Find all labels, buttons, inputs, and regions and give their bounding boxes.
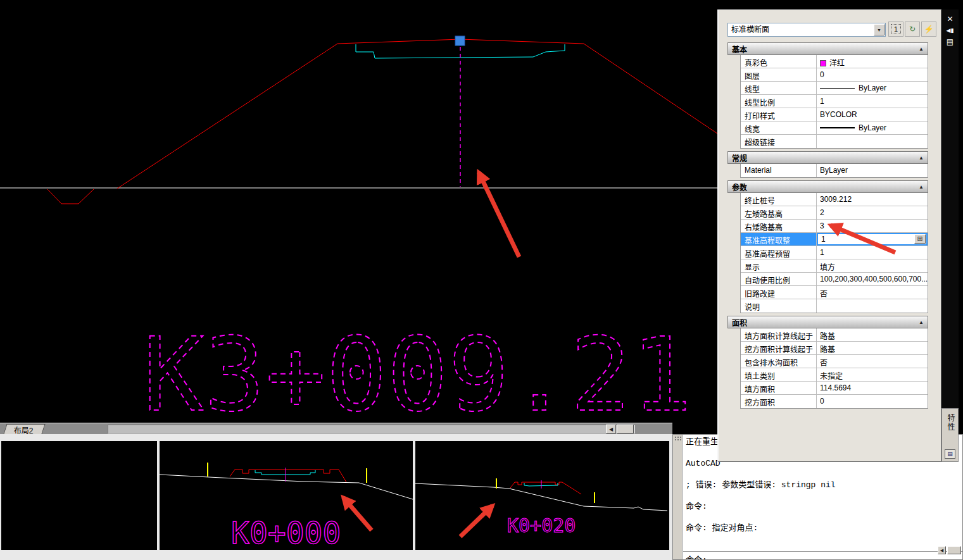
property-value[interactable]: 0 xyxy=(817,395,928,408)
property-row[interactable]: 真彩色洋红 xyxy=(741,55,928,68)
property-value-text: 3 xyxy=(820,221,824,230)
property-value[interactable]: 否 xyxy=(817,286,928,299)
section-header[interactable]: 面积▲ xyxy=(727,316,928,328)
property-row[interactable]: 线宽ByLayer xyxy=(741,121,928,135)
viewport-k0000[interactable]: K0+000 xyxy=(160,441,413,550)
section-header[interactable]: 基本▲ xyxy=(727,42,928,55)
property-row[interactable]: 自动使用比例100,200,300,400,500,600,700... xyxy=(741,273,928,286)
property-row[interactable]: 打印样式BYCOLOR xyxy=(741,108,928,121)
pickadd-toggle-button[interactable]: 1 xyxy=(888,22,903,37)
property-row[interactable]: 说明 xyxy=(741,299,928,313)
property-value[interactable]: 0 xyxy=(817,68,928,81)
viewport-k0020[interactable]: K0+020 xyxy=(415,441,669,550)
command-window-drag-handle[interactable] xyxy=(673,435,683,559)
calculator-button[interactable]: ⊞ xyxy=(914,234,926,244)
property-row[interactable]: 挖方面积0 xyxy=(741,395,928,408)
property-row[interactable]: 终止桩号3009.212 xyxy=(741,193,928,206)
property-label: 左矮路基高 xyxy=(741,206,817,219)
palette-title-tab[interactable]: 特性 ▤ xyxy=(941,408,959,462)
property-label: 基准高程预留 xyxy=(741,246,817,259)
property-value[interactable]: BYCOLOR xyxy=(817,108,928,121)
section-title: 常规 xyxy=(732,152,747,163)
command-prompt[interactable]: 命令: xyxy=(686,553,707,560)
palette-menu-icon[interactable]: ▤ xyxy=(941,36,959,47)
combo-dropdown-button[interactable]: ▼ xyxy=(874,24,884,35)
command-line: ; 错误: 参数类型错误: stringp nil xyxy=(686,480,836,490)
property-value[interactable]: 2 xyxy=(817,206,928,219)
property-value[interactable]: 洋红 xyxy=(817,55,928,68)
property-label: 基准高程取整 xyxy=(741,233,817,246)
command-line: 正在重生 xyxy=(686,437,719,447)
palette-section: 面积▲填方面积计算线起于路基挖方面积计算线起于路基包含排水沟面积否填土类别未指定… xyxy=(727,316,928,409)
palette-properties-icon[interactable]: ▤ xyxy=(945,449,955,459)
command-scrollbar-thumb[interactable] xyxy=(947,546,961,554)
property-value[interactable] xyxy=(817,299,928,313)
property-value[interactable]: 填方 xyxy=(817,259,928,272)
property-value-text: 2 xyxy=(820,208,824,217)
collapse-icon[interactable]: ▲ xyxy=(919,184,924,190)
property-row[interactable]: 线型比例1 xyxy=(741,95,928,108)
property-value[interactable]: 否 xyxy=(817,355,928,368)
quick-select-button[interactable]: ⚡ xyxy=(921,22,936,37)
property-value[interactable]: 路基 xyxy=(817,328,928,341)
palette-sections: 基本▲真彩色洋红图层0线型ByLayer线型比例1打印样式BYCOLOR线宽By… xyxy=(727,42,928,409)
property-row[interactable]: 右矮路基高3 xyxy=(741,220,928,233)
property-row[interactable]: 包含排水沟面积否 xyxy=(741,355,928,368)
palette-section: 参数▲终止桩号3009.212左矮路基高2右矮路基高3基准高程取整1⊞基准高程预… xyxy=(727,180,928,313)
property-row[interactable]: 填方面积114.5694 xyxy=(741,382,928,395)
road-outline xyxy=(230,470,346,482)
palette-title-bar[interactable]: ✕ ◀▮ ▤ 特性 ▤ xyxy=(941,9,959,462)
property-label: 线型 xyxy=(741,82,817,94)
model-canvas[interactable]: K3+009.21 xyxy=(0,0,719,423)
palette-section: 基本▲真彩色洋红图层0线型ByLayer线型比例1打印样式BYCOLOR线宽By… xyxy=(727,42,928,149)
property-row[interactable]: 填土类别未指定 xyxy=(741,368,928,382)
section-header[interactable]: 常规▲ xyxy=(727,151,928,164)
collapse-icon[interactable]: ▲ xyxy=(919,46,924,52)
section-title: 参数 xyxy=(732,182,747,192)
command-scroll-left-button[interactable]: ◀ xyxy=(938,546,946,554)
property-row[interactable]: MaterialByLayer xyxy=(741,164,928,177)
property-row[interactable]: 挖方面积计算线起于路基 xyxy=(741,342,928,355)
tab-layout2[interactable]: 布局2 xyxy=(3,424,45,434)
property-value[interactable]: 100,200,300,400,500,600,700... xyxy=(817,273,928,285)
property-value[interactable]: ByLayer xyxy=(817,121,928,134)
viewport-empty[interactable] xyxy=(1,441,157,550)
horizontal-scrollbar-thumb[interactable] xyxy=(617,425,634,433)
property-row[interactable]: 显示填方 xyxy=(741,259,928,273)
property-row[interactable]: 填方面积计算线起于路基 xyxy=(741,328,928,342)
property-value[interactable]: ByLayer xyxy=(817,164,928,177)
property-label: 填方面积 xyxy=(741,382,817,394)
property-value[interactable]: 1⊞ xyxy=(817,233,928,246)
scroll-left-button[interactable]: ◀ xyxy=(606,425,616,433)
property-value[interactable] xyxy=(817,135,928,148)
collapse-icon[interactable]: ▲ xyxy=(919,320,924,325)
property-row[interactable]: 左矮路基高2 xyxy=(741,206,928,220)
property-row[interactable]: 旧路改建否 xyxy=(741,286,928,299)
collapse-icon[interactable]: ▲ xyxy=(919,155,924,161)
grip-handle[interactable] xyxy=(455,36,465,46)
object-type-selector[interactable]: 标准横断面 ▼ xyxy=(727,23,886,37)
property-label: 图层 xyxy=(741,68,817,81)
property-value[interactable]: 未指定 xyxy=(817,368,928,381)
select-objects-button[interactable]: ↻ xyxy=(905,22,920,37)
property-value[interactable]: 路基 xyxy=(817,342,928,354)
property-row[interactable]: 基准高程取整1⊞ xyxy=(741,233,928,246)
property-label: Material xyxy=(741,164,817,177)
property-row[interactable]: 图层0 xyxy=(741,68,928,82)
property-row[interactable]: 基准高程预留1 xyxy=(741,246,928,259)
property-value[interactable]: 114.5694 xyxy=(817,382,928,394)
property-value[interactable]: 1 xyxy=(817,95,928,108)
section-header[interactable]: 参数▲ xyxy=(727,180,928,193)
property-row[interactable]: 超级链接 xyxy=(741,135,928,148)
station-text: K0+020 xyxy=(507,514,576,537)
property-value[interactable]: ByLayer xyxy=(817,82,928,94)
linetype-icon xyxy=(820,127,855,128)
close-icon[interactable]: ✕ xyxy=(941,13,959,25)
property-value[interactable]: 3 xyxy=(817,220,928,232)
property-value[interactable]: 3009.212 xyxy=(817,193,928,206)
property-value[interactable]: 1 xyxy=(817,246,928,259)
autohide-icon[interactable]: ◀▮ xyxy=(941,25,959,36)
pickadd-icon: 1 xyxy=(891,24,901,34)
property-row[interactable]: 线型ByLayer xyxy=(741,82,928,95)
horizontal-scrollbar-track[interactable] xyxy=(108,425,635,433)
